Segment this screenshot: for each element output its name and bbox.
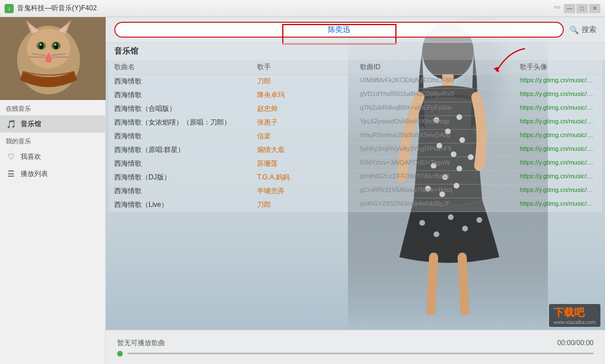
cell-song-2: 西海情歌（合唱版） [114, 104, 257, 114]
cell-avatar-4: https://y.gtimg.cn/music/photo_ [520, 131, 596, 141]
svg-point-38 [462, 226, 468, 231]
table-row[interactable]: 西海情歌 苏珊莲 R9dYzlxv+3AtQAPOdEl+TagoW https… [109, 157, 602, 171]
svg-point-39 [476, 217, 482, 223]
col-artist: 歌手 [257, 62, 360, 72]
cell-song-9: 西海情歌（Live） [114, 200, 257, 210]
table-row[interactable]: 西海情歌 降央卓玛 gVD1dYhsR6I15a9HJCDji8jviRx0 h… [109, 89, 602, 102]
cell-avatar-0: https://y.gtimg.cn/music/photo_ [520, 77, 596, 86]
cell-song-3: 西海情歌（女浓焰嗐）（原唱：刀郎） [114, 118, 257, 127]
heart-icon: ♡ [6, 151, 16, 162]
cell-id-2: q7NZubRdivqB8X+wDEFpFp0/w [360, 104, 520, 114]
arrow-annotation [485, 43, 531, 79]
cell-avatar-9: https://y.gtimg.cn/music/photo_ [520, 200, 596, 210]
wifi-icon: ≈≈ [554, 4, 560, 13]
online-music-label: 在线音乐 [0, 100, 105, 115]
sidebar: 在线音乐 🎵 音乐馆 我的音乐 ♡ 我喜欢 ☰ 播放列表 [0, 17, 106, 364]
table-row[interactable]: 西海情歌（原唱:群星） 煽情大底 5yhKy3mjRVyVAy3YkgI7Pxu… [109, 143, 602, 157]
col-artist-avatar: 歌手头像 [520, 62, 596, 72]
player-time: 00:00/00:00 [558, 339, 594, 347]
col-song-name: 歌曲名 [114, 62, 257, 72]
table-row[interactable]: 西海情歌 半哺兜弄 gCruRRr31V5AIoaw7Nark+4ktxq ht… [109, 185, 602, 198]
progress-container [117, 351, 594, 357]
search-text[interactable]: 搜索 [582, 25, 596, 35]
window-controls: ≈≈ — □ ✕ [554, 4, 600, 13]
app-title: 音鬼科技—听音乐(Y)F402 [17, 3, 554, 13]
music-table: 歌曲名 歌手 歌曲ID 歌手头像 西海情歌 刀郎 UIMbfMvFk2KCEIl… [106, 60, 605, 212]
cell-avatar-2: https://y.gtimg.cn/music/photo_ [520, 104, 596, 114]
svg-point-10 [54, 42, 58, 49]
music-hall-icon: 🎵 [6, 119, 16, 129]
table-row[interactable]: 西海情歌（DJ版） T.G.A.妈妈 pImlhtG2Lx1/FF/XbPf7A… [109, 171, 602, 185]
cell-artist-1: 降央卓玛 [257, 90, 360, 100]
cell-artist-9: 刀郎 [257, 200, 360, 210]
search-right: 🔍 搜索 [570, 25, 596, 35]
svg-point-14 [45, 55, 52, 63]
cell-artist-4: 信楽 [257, 131, 360, 141]
app-icon: ♪ [5, 4, 14, 13]
table-row[interactable]: 西海情歌（女浓焰嗐）（原唱：刀郎） 张惠子 YpL62yoxxdOvHNvIOX… [109, 116, 602, 130]
table-body: 西海情歌 刀郎 UIMbfMvFk2KCEIlqN2EOfsCF8i9 http… [109, 75, 602, 212]
cell-id-7: pImlhtG2Lx1/FF/XbPf7AtvrBe63 [360, 173, 520, 182]
minimize-button[interactable]: — [564, 4, 575, 13]
progress-bar-bg[interactable] [127, 353, 594, 354]
cell-artist-7: T.G.A.妈妈 [257, 173, 360, 182]
cell-song-5: 西海情歌（原唱:群星） [114, 145, 257, 155]
list-icon: ☰ [6, 169, 16, 179]
favorites-label: 我喜欢 [21, 152, 41, 162]
cell-id-5: 5yhKy3mjRVyVAy3YkgI7Pxu+F9 [360, 145, 520, 155]
table-row[interactable]: 西海情歌 信楽 VmuRSrnhvx20q0bt9X5HvDAIlq https… [109, 130, 602, 143]
my-music-label: 我的音乐 [0, 133, 105, 148]
player-bar: 暂无可播放歌曲 00:00/00:00 [106, 330, 605, 364]
player-status: 暂无可播放歌曲 [117, 338, 165, 348]
header-bar: 🔍 搜索 [106, 17, 605, 43]
cell-song-8: 西海情歌 [114, 186, 257, 196]
main-container: 在线音乐 🎵 音乐馆 我的音乐 ♡ 我喜欢 ☰ 播放列表 [0, 17, 605, 364]
cell-song-7: 西海情歌（DJ版） [114, 173, 257, 182]
cell-id-1: gVD1dYhsR6I15a9HJCDji8jviRx0 [360, 90, 520, 100]
cell-avatar-3: https://y.gtimg.cn/music/photo_ [520, 118, 596, 127]
cat-image [0, 17, 106, 100]
table-row[interactable]: 西海情歌（Live） 刀郎 ys4hGYZ9SZM3mux4wNblBpJF h… [109, 198, 602, 212]
search-container [114, 22, 564, 38]
arrow-svg [485, 43, 531, 77]
music-hall-title: 音乐馆 [114, 46, 138, 55]
cell-avatar-1: https://y.gtimg.cn/music/photo_ [520, 90, 596, 100]
cell-artist-2: 赵忠帅 [257, 104, 360, 114]
music-hall-label: 音乐馆 [21, 119, 41, 129]
svg-point-37 [448, 214, 454, 220]
playlist-label: 播放列表 [21, 169, 48, 179]
maximize-button[interactable]: □ [576, 4, 588, 13]
watermark-main: 下载吧 [554, 306, 596, 319]
cell-avatar-6: https://y.gtimg.cn/music/photo_ [520, 159, 596, 169]
search-input[interactable] [114, 22, 564, 38]
cell-artist-6: 苏珊莲 [257, 159, 360, 169]
cell-song-4: 西海情歌 [114, 131, 257, 141]
cell-artist-8: 半哺兜弄 [257, 186, 360, 196]
cell-id-6: R9dYzlxv+3AtQAPOdEl+TagoW [360, 159, 520, 169]
cell-artist-5: 煽情大底 [257, 145, 360, 155]
cell-id-8: gCruRRr31V5AIoaw7Nark+4ktxq [360, 186, 520, 196]
player-info: 暂无可播放歌曲 00:00/00:00 [117, 338, 594, 348]
album-art [0, 17, 106, 100]
cell-song-1: 西海情歌 [114, 90, 257, 100]
svg-point-12 [54, 43, 57, 46]
cell-song-0: 西海情歌 [114, 77, 257, 86]
cell-song-6: 西海情歌 [114, 159, 257, 169]
svg-point-35 [419, 220, 425, 226]
svg-point-11 [39, 43, 42, 46]
watermark: 下载吧 www.xiazaiba.com [549, 304, 600, 327]
cell-id-3: YpL62yoxxdOvHNvIOXlm5Bmjp [360, 118, 520, 127]
progress-dot [117, 351, 123, 357]
svg-point-36 [434, 231, 439, 237]
content-area: 🔍 搜索 音乐馆 歌曲名 歌手 歌曲ID 歌手头像 [106, 17, 605, 364]
titlebar: ♪ 音鬼科技—听音乐(Y)F402 ≈≈ — □ ✕ [0, 0, 605, 17]
cell-avatar-8: https://y.gtimg.cn/music/photo_ [520, 186, 596, 196]
close-button[interactable]: ✕ [589, 4, 600, 13]
sidebar-item-favorites[interactable]: ♡ 我喜欢 [0, 148, 105, 165]
cell-artist-0: 刀郎 [257, 77, 360, 86]
cell-artist-3: 张惠子 [257, 118, 360, 127]
cell-id-9: ys4hGYZ9SZM3mux4wNblBpJF [360, 200, 520, 210]
sidebar-item-playlist[interactable]: ☰ 播放列表 [0, 165, 105, 182]
sidebar-item-music-hall[interactable]: 🎵 音乐馆 [0, 115, 105, 133]
table-row[interactable]: 西海情歌（合唱版） 赵忠帅 q7NZubRdivqB8X+wDEFpFp0/w … [109, 102, 602, 116]
